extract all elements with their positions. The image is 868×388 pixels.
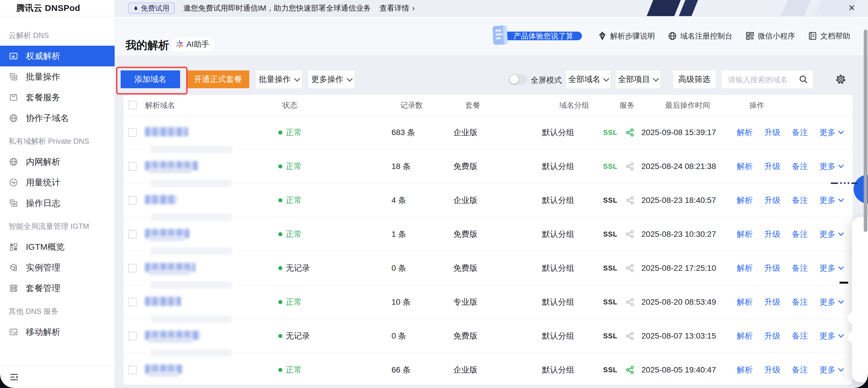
upgrade-action-link[interactable]: 升级 <box>764 263 780 274</box>
link-association-icon[interactable] <box>625 297 635 307</box>
sidebar-item-协作子域名[interactable]: 协作子域名 <box>0 108 115 128</box>
row-checkbox[interactable] <box>128 332 137 340</box>
sidebar-item-套餐管理[interactable]: 套餐管理 <box>0 278 115 299</box>
row-checkbox[interactable] <box>128 230 137 239</box>
header-link-微信小程序[interactable]: 微信小程序 <box>745 31 795 41</box>
advanced-filter-button[interactable]: 高级筛选 <box>673 70 715 88</box>
sidebar-item-操作日志[interactable]: 操作日志 <box>0 193 115 213</box>
vertical-scrollbar[interactable] <box>864 30 867 232</box>
resolve-action-link[interactable]: 解析 <box>737 330 753 341</box>
ssl-badge[interactable]: SSL <box>603 366 618 374</box>
domain-name-redacted[interactable] <box>145 297 181 306</box>
resolve-action-link[interactable]: 解析 <box>737 127 753 138</box>
domain-search-input[interactable] <box>721 70 800 89</box>
collapse-sidebar-icon[interactable] <box>9 371 20 383</box>
header-link-文档帮助[interactable]: 文档帮助 <box>808 31 850 41</box>
link-association-icon[interactable] <box>625 365 635 375</box>
more-action-link[interactable]: 更多 <box>819 330 843 341</box>
table-settings-gear-icon[interactable] <box>835 74 846 85</box>
add-domain-button[interactable]: 添加域名 <box>121 70 180 88</box>
sidebar-item-套餐服务[interactable]: 套餐服务 <box>0 87 115 108</box>
domain-name-redacted[interactable] <box>145 127 188 136</box>
remark-action-link[interactable]: 备注 <box>792 297 808 307</box>
upgrade-action-link[interactable]: 升级 <box>764 364 780 375</box>
ai-assistant-button[interactable]: AI助手 <box>170 36 215 52</box>
resolve-action-link[interactable]: 解析 <box>737 263 753 274</box>
more-operations-dropdown[interactable]: 更多操作 <box>308 70 354 88</box>
more-action-link[interactable]: 更多 <box>819 364 843 375</box>
banner-details-link[interactable]: 查看详情› <box>379 3 415 13</box>
banner-close-icon[interactable]: ✕ <box>848 4 855 12</box>
ssl-badge[interactable]: SSL <box>603 298 618 306</box>
batch-operations-dropdown[interactable]: 批量操作 <box>256 70 302 88</box>
more-action-link[interactable]: 更多 <box>819 127 843 138</box>
resolve-action-link[interactable]: 解析 <box>737 364 753 375</box>
resolve-action-link[interactable]: 解析 <box>737 229 753 240</box>
more-action-link[interactable]: 更多 <box>819 195 843 206</box>
sidebar-item-移动解析[interactable]: 移动解析 <box>0 322 115 342</box>
row-checkbox[interactable] <box>128 365 137 374</box>
row-checkbox[interactable] <box>128 264 137 272</box>
fullscreen-toggle[interactable] <box>509 74 527 85</box>
sidebar-item-内网解析[interactable]: 内网解析 <box>0 151 115 172</box>
link-association-icon[interactable] <box>625 128 635 138</box>
link-association-icon[interactable] <box>625 331 635 341</box>
ssl-badge[interactable]: SSL <box>603 196 618 204</box>
header-link-解析步骤说明[interactable]: 解析步骤说明 <box>597 31 655 41</box>
upgrade-action-link[interactable]: 升级 <box>764 161 780 172</box>
upgrade-action-link[interactable]: 升级 <box>764 297 780 307</box>
remark-action-link[interactable]: 备注 <box>792 127 808 138</box>
sidebar-item-权威解析[interactable]: 权威解析 <box>0 46 115 66</box>
ssl-badge[interactable]: SSL <box>603 162 618 171</box>
remark-action-link[interactable]: 备注 <box>792 229 808 240</box>
domain-name-redacted[interactable] <box>145 195 177 204</box>
link-association-icon[interactable] <box>625 263 635 273</box>
ssl-badge[interactable]: SSL <box>603 128 618 137</box>
ssl-badge[interactable]: SSL <box>603 230 618 238</box>
column-header-domain[interactable]: 解析域名 <box>145 95 175 116</box>
resolve-action-link[interactable]: 解析 <box>737 297 753 307</box>
sidebar-item-实例管理[interactable]: 实例管理 <box>0 257 115 278</box>
resolve-action-link[interactable]: 解析 <box>737 195 753 206</box>
row-checkbox[interactable] <box>128 162 137 171</box>
link-association-icon[interactable] <box>625 229 635 239</box>
minimize-dash-icon[interactable] <box>840 282 848 284</box>
row-checkbox[interactable] <box>128 128 137 137</box>
remark-action-link[interactable]: 备注 <box>792 364 808 375</box>
upgrade-action-link[interactable]: 升级 <box>764 195 780 206</box>
upgrade-action-link[interactable]: 升级 <box>764 229 780 240</box>
remark-action-link[interactable]: 备注 <box>792 330 808 341</box>
product-feedback-button[interactable]: 产品体验您说了算 <box>502 28 582 43</box>
column-header-group[interactable]: 域名分组 <box>559 95 589 116</box>
remark-action-link[interactable]: 备注 <box>792 161 808 172</box>
resolve-action-link[interactable]: 解析 <box>737 161 753 172</box>
column-header-records[interactable]: 记录数 <box>400 95 423 116</box>
select-all-checkbox[interactable] <box>128 101 137 110</box>
row-checkbox[interactable] <box>128 196 137 205</box>
column-header-status[interactable]: 状态 <box>282 95 297 116</box>
column-header-last-op-time[interactable]: 最后操作时间 <box>665 95 710 116</box>
sidebar-item-用量统计[interactable]: 用量统计 <box>0 172 115 193</box>
header-link-域名注册控制台[interactable]: 域名注册控制台 <box>668 31 733 41</box>
project-filter-dropdown[interactable]: 全部项目 <box>616 70 660 88</box>
link-association-icon[interactable] <box>625 161 635 171</box>
domain-filter-dropdown[interactable]: 全部域名 <box>566 70 610 88</box>
sidebar-item-IGTM概览[interactable]: IGTM概览 <box>0 237 115 257</box>
more-action-link[interactable]: 更多 <box>819 229 843 240</box>
more-action-link[interactable]: 更多 <box>819 297 843 307</box>
column-header-plan[interactable]: 套餐 <box>465 95 480 116</box>
link-association-icon[interactable] <box>625 196 635 205</box>
sidebar-item-批量操作[interactable]: 批量操作 <box>0 66 115 87</box>
remark-action-link[interactable]: 备注 <box>792 195 808 206</box>
floating-side-panel[interactable] <box>852 217 868 382</box>
floating-widget-drag-handle[interactable] <box>831 182 858 184</box>
upgrade-action-link[interactable]: 升级 <box>764 127 780 138</box>
activate-plan-button[interactable]: 开通正式套餐 <box>187 70 249 88</box>
more-action-link[interactable]: 更多 <box>819 161 843 172</box>
row-checkbox[interactable] <box>128 298 137 306</box>
remark-action-link[interactable]: 备注 <box>792 263 808 274</box>
more-action-link[interactable]: 更多 <box>819 263 843 274</box>
ssl-badge[interactable]: SSL <box>603 264 618 272</box>
search-icon[interactable] <box>799 74 808 84</box>
ssl-badge[interactable]: SSL <box>603 332 618 340</box>
